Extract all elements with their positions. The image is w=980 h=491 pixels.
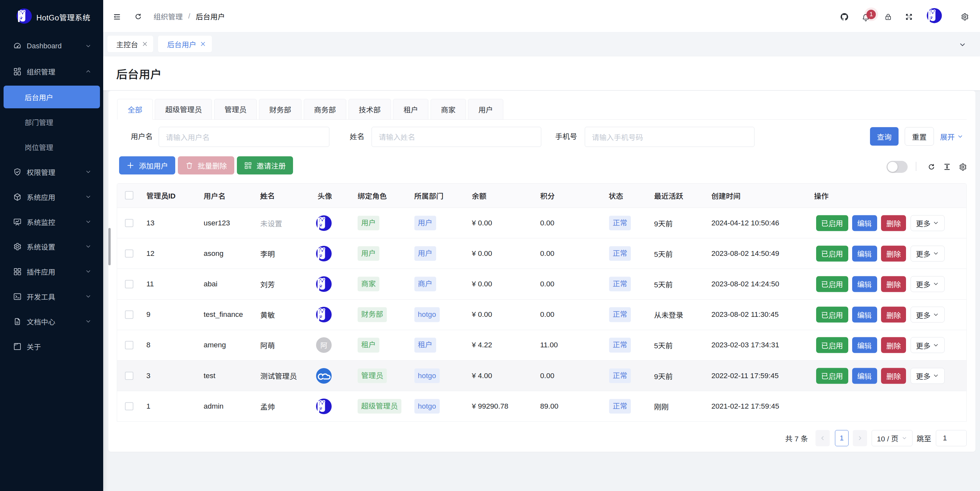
svg-text:阿: 阿 bbox=[320, 340, 328, 350]
